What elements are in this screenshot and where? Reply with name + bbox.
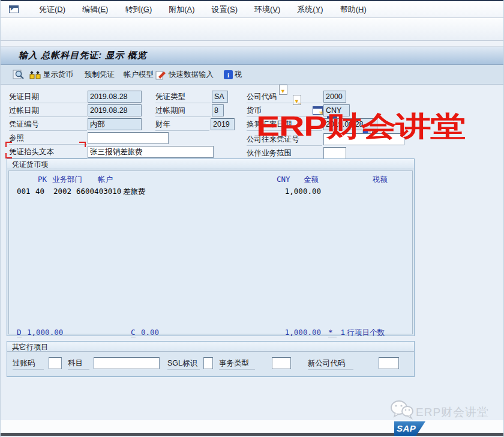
menu-edit[interactable]: 编辑(E) [82,4,108,15]
doc-date-field[interactable] [88,91,142,103]
cell-account-text: 差旅费 [123,187,146,197]
company-code-field[interactable] [323,91,346,103]
column-header-tax: 税额 [373,175,388,185]
wechat-icon [389,400,415,423]
company-code-label: 公司代码 [247,92,322,103]
other-items-panel-title: 其它行项目 [7,342,414,352]
footer-strip [1,420,504,433]
doc-type-field[interactable] [212,91,228,103]
reference-label: 参照 [9,133,87,145]
new-company-code-label: 新公司代码 [308,358,353,370]
debit-indicator[interactable]: D [17,328,22,337]
new-company-code-field[interactable] [379,357,399,369]
menu-goto[interactable]: 转到(G) [125,4,152,15]
sgl-indicator-field[interactable] [203,357,213,369]
tax-label: 税 [235,70,242,80]
menu-system[interactable]: 系统(Y) [297,4,323,15]
column-header-pk: PK [38,175,47,184]
footer-watermark-text: ERP财会讲堂 [416,405,489,420]
account-field[interactable] [94,357,160,369]
debit-total: 1,000.00 [27,328,63,337]
cell-business-area: 2002 [53,187,71,196]
header-text-label: 凭证抬头文本 [9,147,87,158]
cell-line-number: 001 [17,187,31,196]
account-label: 科目 [68,358,89,370]
partner-ba-field[interactable] [323,147,346,159]
header-text-field[interactable] [88,146,214,158]
sap-gui-window: 凭证(D) 编辑(E) 转到(G) 附加(A) 设置(S) 环境(V) 系统(Y… [0,0,504,437]
fiscal-year-field[interactable] [211,118,235,130]
overview-icon [13,70,25,80]
posting-key-label: 过账码 [13,358,44,370]
tax-info-icon: i [224,70,233,79]
account-model-label: 帐户模型 [124,70,154,80]
account-model-button[interactable]: 帐户模型 [124,70,154,80]
column-header-business-area: 业务部门 [52,175,82,185]
posting-key-field[interactable] [49,357,62,369]
menu-bar: 凭证(D) 编辑(E) 转到(G) 附加(A) 设置(S) 环境(V) 系统(Y… [1,1,504,18]
park-document-label: 预制凭证 [85,70,115,80]
doc-number-label: 凭证编号 [9,119,87,131]
menu-extras[interactable]: 附加(A) [169,4,194,15]
credit-total: 0.00 [141,328,159,337]
items-count: 1 行项目个数 [341,328,385,338]
line-items-panel: 凭证货币项 PK 业务部门 帐户 CNY 金额 税额 001 40 2002 6… [7,158,415,336]
column-header-currency: CNY [277,175,290,184]
fast-data-entry-button[interactable]: 快速数据输入 [155,70,214,80]
doc-date-label: 凭证日期 [9,92,87,103]
system-menu-icon[interactable] [9,5,19,13]
menu-settings[interactable]: 设置(S) [212,4,238,15]
overview-button[interactable] [13,70,25,80]
posting-period-label: 过帐期间 [155,106,211,117]
sgl-indicator-label: SGL标识 [167,358,200,370]
cell-amount: 1,000.00 [255,187,321,196]
cell-pk: 40 [35,187,44,196]
screen-title-bar: 输入 总帐科目凭证: 显示 概览 [1,47,504,65]
trans-type-field[interactable] [272,357,291,369]
fiscal-year-label: 财年 [155,119,209,131]
credit-indicator[interactable]: C [131,328,136,337]
menu-help[interactable]: 帮助(H) [340,4,367,15]
column-header-amount: 金额 [304,175,319,185]
line-items-panel-title: 凭证货币项 [7,159,414,169]
cell-account: 6600403010 [76,187,121,196]
menu-environment[interactable]: 环境(V) [254,4,280,15]
grand-total: 1,000.00 [255,328,321,337]
watermark-overlay: ERP财会讲堂 [256,108,465,145]
posting-date-label: 过帐日期 [9,106,87,117]
column-header-account: 帐户 [98,175,113,185]
line-items-grid[interactable]: PK 业务部门 帐户 CNY 金额 税额 001 40 2002 6600403… [8,170,413,334]
display-currency-button[interactable]: 显示货币 [29,70,73,80]
posting-date-field[interactable] [88,104,142,116]
menu-document[interactable]: 凭证(D) [39,4,65,15]
posting-period-field[interactable] [212,104,224,116]
doc-type-label: 凭证类型 [155,92,211,103]
balance-indicator[interactable]: * [328,328,337,337]
display-currency-label: 显示货币 [43,70,73,80]
reference-field[interactable] [88,132,169,144]
fast-data-entry-label: 快速数据输入 [169,70,214,80]
application-toolbar: 显示货币 预制凭证 帐户模型 快速数据输入 i 税 [1,65,504,85]
tax-button[interactable]: i 税 [224,70,242,80]
toolbar-gap-band [1,41,504,47]
trans-type-label: 事务类型 [219,358,255,370]
table-row[interactable]: 001 40 2002 6600403010 差旅费 1,000.00 [9,187,412,197]
page-title: 输入 总帐科目凭证: 显示 概览 [19,50,147,61]
footer-dark-line [1,433,504,436]
doc-number-field[interactable] [88,118,142,130]
totals-row: D 1,000.00 C 0.00 1,000.00 * 1 行项目个数 [9,328,412,339]
park-document-button[interactable]: 预制凭证 [85,70,115,80]
display-currency-icon [29,70,41,79]
standard-toolbar: ✓ ▼ ◄ ▲ ✕ + ▲̲ ▲ ▼ ▼̲ ✳ ↗ ? [1,18,504,41]
fast-data-entry-icon [155,70,167,80]
